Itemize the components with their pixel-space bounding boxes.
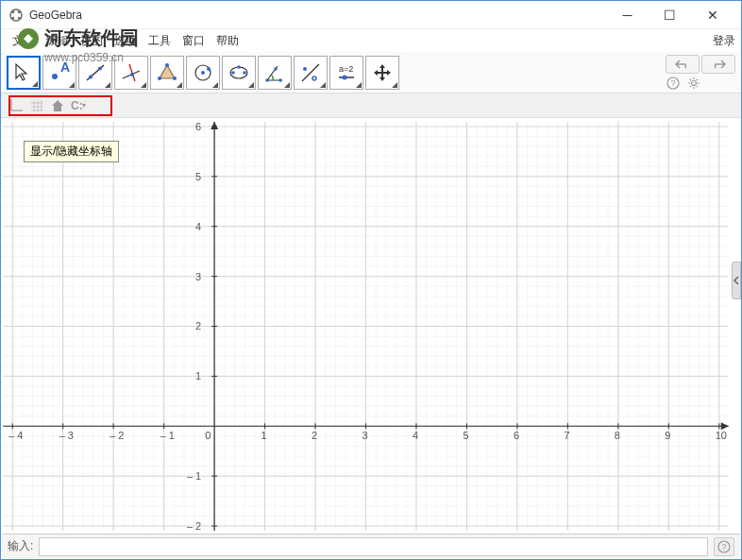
toggle-axes-button[interactable] (7, 96, 25, 115)
maximize-button[interactable]: ☐ (649, 2, 691, 28)
svg-point-33 (343, 75, 347, 79)
home-button[interactable] (48, 96, 67, 115)
tool-move-view[interactable] (365, 56, 399, 90)
tool-circle[interactable] (186, 56, 220, 90)
svg-text:2: 2 (195, 320, 201, 331)
svg-text:– 4: – 4 (8, 430, 23, 441)
input-field[interactable] (39, 537, 708, 556)
tool-reflect[interactable] (294, 56, 328, 90)
svg-point-36 (692, 80, 697, 85)
menu-window[interactable]: 窗口 (177, 31, 211, 51)
svg-text:3: 3 (195, 271, 201, 282)
svg-text:C:: C: (71, 99, 83, 112)
tooltip: 显示/隐藏坐标轴 (24, 141, 119, 162)
tool-point[interactable]: A (42, 56, 76, 90)
svg-line-41 (690, 78, 691, 79)
svg-point-0 (10, 9, 22, 21)
svg-text:1: 1 (195, 370, 201, 382)
svg-point-19 (201, 71, 205, 75)
svg-line-43 (690, 85, 691, 86)
app-icon (8, 8, 24, 23)
toggle-grid-button[interactable] (27, 96, 46, 115)
svg-point-30 (312, 76, 316, 80)
point-capture-button[interactable]: C: (69, 96, 88, 115)
svg-text:10: 10 (716, 430, 727, 441)
svg-point-26 (278, 78, 282, 82)
svg-point-13 (130, 73, 134, 76)
svg-text:0: 0 (205, 430, 211, 441)
svg-text:– 1: – 1 (187, 470, 201, 482)
menu-view[interactable]: 视图 (75, 31, 109, 51)
input-bar: 输入: ? (2, 534, 740, 558)
svg-point-15 (165, 63, 169, 67)
svg-text:– 1: – 1 (160, 430, 175, 441)
svg-text:9: 9 (665, 430, 670, 441)
svg-point-2 (18, 10, 20, 12)
tool-polygon[interactable] (150, 56, 184, 90)
tool-slider[interactable]: a=2 (329, 56, 363, 90)
tool-move[interactable] (7, 56, 41, 90)
svg-point-9 (89, 75, 93, 78)
tool-perpendicular[interactable] (114, 56, 148, 90)
svg-text:5: 5 (463, 430, 468, 441)
menu-options[interactable]: 选项 (109, 31, 143, 51)
menu-file[interactable]: 文件 (7, 31, 41, 51)
svg-point-27 (274, 67, 278, 71)
svg-point-3 (12, 16, 14, 18)
graphics-view[interactable]: – 4– 3– 2– 1012345678910– 2– 1123456 (2, 122, 730, 531)
menubar: 文件 编辑 视图 选项 工具 窗口 帮助 登录 (1, 29, 741, 52)
svg-point-6 (52, 74, 58, 79)
svg-text:4: 4 (195, 221, 201, 232)
svg-text:8: 8 (615, 430, 620, 441)
menu-edit[interactable]: 编辑 (41, 31, 75, 51)
tool-angle[interactable] (258, 56, 292, 90)
input-help-button[interactable]: ? (714, 537, 734, 556)
svg-point-10 (98, 66, 102, 70)
svg-point-24 (237, 65, 241, 69)
svg-text:a=2: a=2 (339, 64, 353, 74)
style-bar: C: (1, 93, 741, 118)
svg-point-17 (158, 76, 161, 80)
minimize-button[interactable]: ─ (606, 2, 649, 28)
svg-text:?: ? (722, 542, 727, 552)
menu-help[interactable]: 帮助 (211, 31, 245, 51)
tool-line[interactable] (78, 56, 112, 90)
svg-text:– 3: – 3 (59, 430, 74, 441)
login-link[interactable]: 登录 (713, 33, 735, 49)
redo-button[interactable] (701, 55, 735, 74)
coordinate-grid: – 4– 3– 2– 1012345678910– 2– 1123456 (2, 122, 730, 531)
svg-point-25 (265, 78, 269, 82)
window-controls: ─ ☐ ✕ (606, 2, 734, 28)
toolbar: A a=2 (1, 52, 741, 93)
svg-point-20 (207, 67, 211, 71)
close-button[interactable]: ✕ (691, 2, 734, 28)
input-label: 输入: (8, 538, 33, 554)
svg-point-29 (303, 67, 307, 71)
side-panel-handle[interactable] (732, 262, 741, 299)
svg-text:5: 5 (195, 171, 201, 182)
svg-line-42 (697, 85, 698, 86)
svg-text:4: 4 (413, 430, 418, 441)
undo-button[interactable] (666, 55, 700, 74)
menu-tools[interactable]: 工具 (143, 31, 177, 51)
svg-text:1: 1 (261, 430, 267, 441)
svg-point-23 (243, 71, 246, 75)
svg-text:6: 6 (514, 430, 519, 441)
svg-point-16 (173, 76, 177, 80)
toolbar-help-icon[interactable]: ? (666, 76, 681, 91)
svg-point-1 (12, 10, 14, 12)
svg-point-4 (18, 16, 20, 18)
svg-line-44 (697, 78, 698, 79)
svg-text:2: 2 (312, 430, 317, 441)
toolbar-settings-icon[interactable] (686, 76, 701, 91)
titlebar: GeoGebra ─ ☐ ✕ (1, 1, 741, 29)
svg-point-22 (231, 71, 235, 75)
window-title: GeoGebra (29, 8, 606, 22)
svg-text:?: ? (671, 78, 676, 88)
svg-marker-14 (160, 65, 175, 78)
svg-text:– 2: – 2 (187, 520, 201, 531)
svg-text:– 2: – 2 (110, 430, 124, 441)
svg-text:A: A (60, 61, 70, 75)
toolbar-right: ? (666, 55, 735, 91)
tool-conic[interactable] (222, 56, 256, 90)
